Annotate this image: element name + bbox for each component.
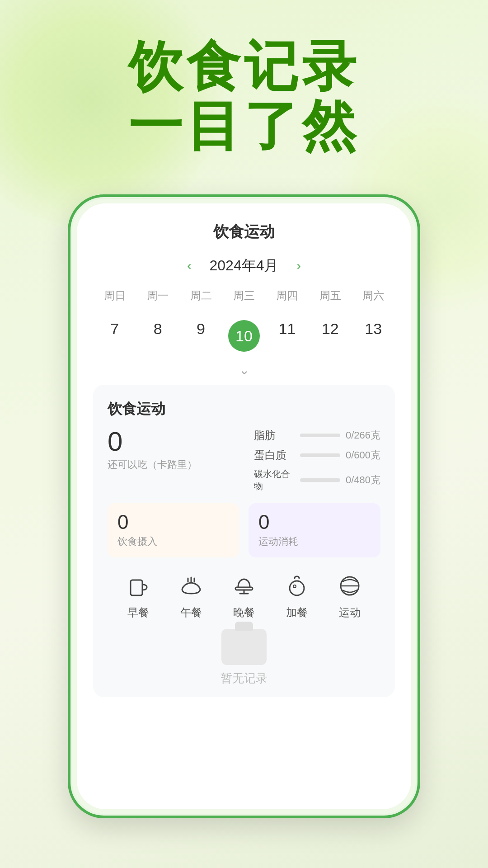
date-row: 7 8 9 10 11 12 13 xyxy=(93,314,395,358)
stats-row: 0 还可以吃（卡路里） 脂肪 0/266克 蛋白质 xyxy=(108,428,380,492)
lunch-button[interactable]: 午餐 xyxy=(175,570,207,620)
exercise-consumption-label: 运动消耗 xyxy=(258,535,371,548)
nutrition-fat: 脂肪 0/266克 xyxy=(254,428,380,443)
date-7[interactable]: 7 xyxy=(93,314,136,358)
empty-state-label: 暂无记录 xyxy=(221,670,267,686)
hero-section: 饮食记录 一目了然 xyxy=(0,36,488,156)
food-intake-box[interactable]: 0 饮食摄入 xyxy=(108,503,239,557)
dinner-button[interactable]: 晚餐 xyxy=(228,570,260,620)
fat-value: 0/266克 xyxy=(346,429,380,442)
empty-state: 暂无记录 xyxy=(108,620,380,686)
svg-point-9 xyxy=(293,585,296,588)
nutrition-section: 脂肪 0/266克 蛋白质 0/600克 xyxy=(254,428,380,492)
meal-icons-row: 早餐 午餐 xyxy=(108,570,380,620)
diet-card: 饮食运动 0 还可以吃（卡路里） 脂肪 0/ xyxy=(93,385,395,697)
food-intake-number: 0 xyxy=(117,512,230,532)
date-9[interactable]: 9 xyxy=(179,314,222,358)
calendar-nav: ‹ 2024年4月 › xyxy=(93,256,395,276)
fat-bar-bg xyxy=(300,434,340,437)
carb-label: 碳水化合物 xyxy=(254,468,295,492)
nutrition-protein: 蛋白质 0/600克 xyxy=(254,448,380,462)
diet-card-title: 饮食运动 xyxy=(108,399,380,419)
nutrition-carb: 碳水化合物 0/480克 xyxy=(254,468,380,492)
app-title: 饮食运动 xyxy=(93,222,395,242)
breakfast-button[interactable]: 早餐 xyxy=(122,570,154,620)
exercise-icon xyxy=(334,570,366,602)
exercise-consumption-number: 0 xyxy=(258,512,371,532)
carb-value: 0/480克 xyxy=(346,473,380,487)
breakfast-label: 早餐 xyxy=(127,605,149,620)
next-month-button[interactable]: › xyxy=(296,259,300,273)
protein-label: 蛋白质 xyxy=(254,448,295,462)
weekday-wed: 周三 xyxy=(222,285,265,307)
exercise-label: 运动 xyxy=(339,605,361,620)
lunch-icon xyxy=(175,570,207,602)
protein-bar-bg xyxy=(300,453,340,457)
dinner-label: 晚餐 xyxy=(233,605,255,620)
calendar-collapse-chevron[interactable]: ⌄ xyxy=(93,363,395,377)
calories-section: 0 还可以吃（卡路里） xyxy=(108,428,254,472)
weekday-fri: 周五 xyxy=(309,285,352,307)
date-13[interactable]: 13 xyxy=(352,314,395,358)
snack-button[interactable]: 加餐 xyxy=(281,570,313,620)
empty-state-icon xyxy=(221,629,267,665)
input-boxes: 0 饮食摄入 0 运动消耗 xyxy=(108,503,380,557)
calories-label: 还可以吃（卡路里） xyxy=(108,458,254,472)
weekday-thu: 周四 xyxy=(266,285,309,307)
exercise-button[interactable]: 运动 xyxy=(334,570,366,620)
hero-title-line2: 一目了然 xyxy=(0,96,488,156)
calendar-month-label: 2024年4月 xyxy=(210,256,279,276)
phone-screen: 饮食运动 ‹ 2024年4月 › 周日 周一 周二 周三 周四 周五 周六 7 … xyxy=(77,203,411,809)
weekday-sun: 周日 xyxy=(93,285,136,307)
weekday-mon: 周一 xyxy=(136,285,179,307)
carb-bar-bg xyxy=(300,478,340,482)
snack-icon xyxy=(281,570,313,602)
date-8[interactable]: 8 xyxy=(136,314,179,358)
weekday-header-row: 周日 周一 周二 周三 周四 周五 周六 xyxy=(93,285,395,307)
protein-value: 0/600克 xyxy=(346,448,380,462)
svg-rect-0 xyxy=(131,580,142,595)
phone-wrapper: 饮食运动 ‹ 2024年4月 › 周日 周一 周二 周三 周四 周五 周六 7 … xyxy=(68,194,420,818)
snack-label: 加餐 xyxy=(286,605,308,620)
calories-number: 0 xyxy=(108,428,254,455)
date-10-selected[interactable]: 10 xyxy=(222,314,265,358)
svg-point-8 xyxy=(290,581,304,595)
date-11[interactable]: 11 xyxy=(266,314,309,358)
fat-label: 脂肪 xyxy=(254,428,295,443)
lunch-label: 午餐 xyxy=(180,605,202,620)
date-12[interactable]: 12 xyxy=(309,314,352,358)
dinner-icon xyxy=(228,570,260,602)
hero-title-line1: 饮食记录 xyxy=(0,36,488,96)
exercise-consumption-box[interactable]: 0 运动消耗 xyxy=(249,503,380,557)
prev-month-button[interactable]: ‹ xyxy=(187,259,191,273)
weekday-sat: 周六 xyxy=(352,285,395,307)
food-intake-label: 饮食摄入 xyxy=(117,535,230,548)
breakfast-icon xyxy=(122,570,154,602)
weekday-tue: 周二 xyxy=(179,285,222,307)
